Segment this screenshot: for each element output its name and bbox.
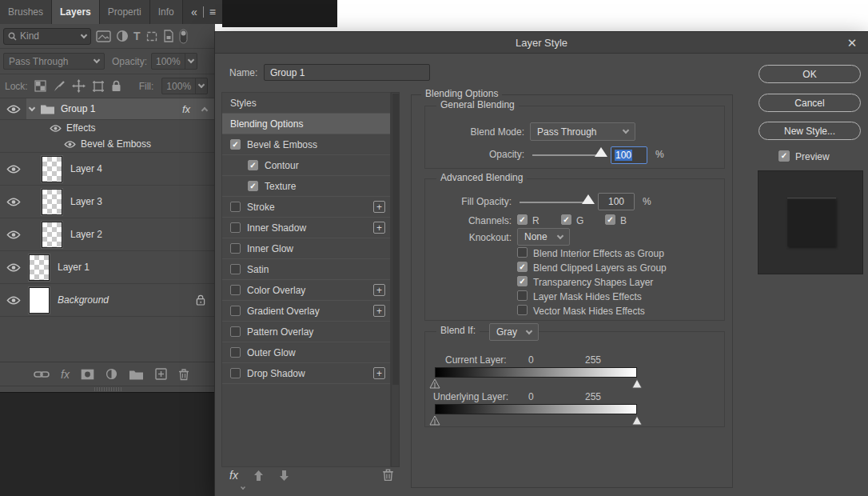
ok-button[interactable]: OK	[759, 65, 861, 83]
new-layer-icon[interactable]	[155, 368, 167, 380]
checkbox-unchecked[interactable]	[230, 347, 241, 358]
visibility-eye-icon[interactable]	[0, 284, 26, 316]
layer-thumbnail[interactable]	[42, 189, 62, 215]
styles-item-color-overlay[interactable]: Color Overlay	[222, 280, 390, 301]
group-expand-chevron-icon[interactable]	[29, 104, 35, 110]
layer-row-layer-1[interactable]: Layer 1	[0, 251, 215, 284]
checkbox-unchecked[interactable]	[230, 202, 241, 212]
filter-toggle[interactable]	[179, 29, 188, 44]
vector-mask-hides-checkbox[interactable]	[517, 305, 528, 315]
move-effect-up-icon[interactable]	[252, 469, 265, 482]
delete-effect-trash-icon[interactable]	[382, 468, 394, 482]
layer-thumbnail[interactable]	[29, 287, 50, 314]
link-layers-icon[interactable]	[34, 370, 50, 379]
current-layer-right-marker[interactable]	[631, 378, 643, 389]
dialog-title-bar[interactable]: Layer Style ✕	[215, 32, 868, 54]
move-effect-down-icon[interactable]	[277, 469, 291, 482]
filter-smart-objects-icon[interactable]	[163, 30, 174, 42]
filter-shape-layers-icon[interactable]	[145, 30, 158, 42]
blend-mode-select[interactable]: Pass Through	[530, 122, 635, 141]
underlying-layer-left-marker[interactable]	[429, 415, 440, 426]
tab-brushes[interactable]: Brushes	[0, 0, 52, 24]
fill-opacity-input[interactable]: 100	[598, 193, 635, 210]
checkbox-unchecked[interactable]	[230, 264, 241, 274]
layer-row-effects[interactable]: Effects	[0, 120, 215, 136]
layer-mask-hides-checkbox[interactable]	[517, 290, 528, 301]
add-instance-plus-icon[interactable]	[373, 201, 385, 213]
new-adjustment-layer-icon[interactable]	[106, 368, 117, 380]
add-instance-plus-icon[interactable]	[373, 305, 385, 317]
visibility-eye-icon[interactable]	[0, 153, 26, 185]
delete-layer-trash-icon[interactable]	[178, 368, 189, 381]
panel-resize-gripper[interactable]	[0, 386, 215, 392]
preview-checkbox[interactable]	[778, 150, 790, 162]
layer-row-bevel-emboss[interactable]: Bevel & Emboss	[0, 136, 215, 153]
filter-adjustment-layers-icon[interactable]	[116, 30, 129, 42]
layer-row-layer-4[interactable]: Layer 4	[0, 153, 215, 186]
filter-pixel-layers-icon[interactable]	[96, 30, 111, 42]
visibility-eye-icon[interactable]	[64, 141, 76, 148]
lock-artboard-icon[interactable]	[92, 80, 105, 93]
checkbox-unchecked[interactable]	[230, 285, 241, 295]
styles-item-stroke[interactable]: Stroke	[222, 197, 390, 218]
checkbox-unchecked[interactable]	[230, 326, 241, 337]
layer-row-background[interactable]: Background	[0, 284, 215, 317]
visibility-eye-icon[interactable]	[0, 251, 26, 283]
transparency-shapes-checkbox[interactable]	[517, 276, 528, 286]
current-layer-left-marker[interactable]	[429, 378, 440, 389]
checkbox-unchecked[interactable]	[230, 368, 241, 378]
styles-item-drop-shadow[interactable]: Drop Shadow	[222, 363, 390, 384]
styles-item-texture[interactable]: Texture	[222, 176, 390, 197]
close-icon[interactable]: ✕	[844, 35, 860, 51]
layer-thumbnail[interactable]	[42, 222, 62, 248]
visibility-eye-icon[interactable]	[0, 186, 26, 218]
add-layer-style-fx-icon[interactable]: fx	[61, 368, 70, 381]
new-group-folder-icon[interactable]	[129, 369, 144, 380]
tab-layers[interactable]: Layers	[52, 0, 100, 24]
add-instance-plus-icon[interactable]	[373, 367, 385, 379]
visibility-eye-icon[interactable]	[0, 98, 26, 119]
opacity-slider-thumb[interactable]	[595, 147, 607, 157]
panel-fill-select[interactable]: 100%	[161, 78, 208, 94]
styles-item-blending-options[interactable]: Blending Options	[222, 114, 390, 134]
knockout-select[interactable]: None	[517, 228, 570, 246]
opacity-slider[interactable]	[532, 154, 604, 156]
checkbox-checked[interactable]	[248, 160, 258, 170]
collapse-effects-chevron-icon[interactable]	[201, 106, 208, 113]
styles-item-inner-shadow[interactable]: Inner Shadow	[222, 218, 390, 238]
collapse-panel-icon[interactable]: «	[191, 6, 197, 18]
styles-item-contour[interactable]: Contour	[222, 155, 390, 176]
name-input[interactable]: Group 1	[264, 64, 430, 81]
checkbox-checked[interactable]	[230, 139, 241, 150]
filter-type-layers-icon[interactable]: T	[133, 30, 141, 42]
panel-menu-icon[interactable]: ≡	[209, 6, 216, 18]
add-instance-plus-icon[interactable]	[373, 222, 385, 234]
fx-badge[interactable]: fx	[182, 103, 190, 115]
panel-blend-mode-select[interactable]: Pass Through	[3, 53, 105, 70]
styles-item-pattern-overlay[interactable]: Pattern Overlay	[222, 322, 390, 342]
add-instance-plus-icon[interactable]	[373, 284, 385, 296]
styles-item-styles[interactable]: Styles	[222, 93, 390, 114]
styles-item-gradient-overlay[interactable]: Gradient Overlay	[222, 301, 390, 322]
add-layer-mask-icon[interactable]	[81, 369, 94, 380]
blend-clipped-checkbox[interactable]	[517, 262, 528, 272]
styles-item-satin[interactable]: Satin	[222, 259, 390, 280]
checkbox-unchecked[interactable]	[230, 222, 241, 233]
visibility-eye-icon[interactable]	[0, 218, 26, 250]
new-style-button[interactable]: New Style...	[759, 122, 861, 140]
tab-info[interactable]: Info	[150, 0, 183, 24]
cancel-button[interactable]: Cancel	[759, 94, 861, 112]
visibility-eye-icon[interactable]	[50, 125, 62, 132]
checkbox-unchecked[interactable]	[230, 306, 241, 316]
checkbox-unchecked[interactable]	[230, 243, 241, 254]
styles-item-inner-glow[interactable]: Inner Glow	[222, 238, 390, 259]
layer-row-group-1[interactable]: Group 1 fx	[0, 98, 215, 120]
channel-g-checkbox[interactable]	[561, 214, 571, 225]
lock-transparency-icon[interactable]	[34, 80, 46, 92]
styles-list-scrollbar[interactable]	[391, 92, 400, 467]
lock-position-move-icon[interactable]	[72, 79, 86, 93]
effects-fx-menu[interactable]: fx	[229, 469, 238, 482]
styles-item-bevel-emboss[interactable]: Bevel & Emboss	[222, 134, 390, 155]
channel-b-checkbox[interactable]	[605, 214, 615, 225]
fill-opacity-slider-thumb[interactable]	[582, 194, 595, 204]
